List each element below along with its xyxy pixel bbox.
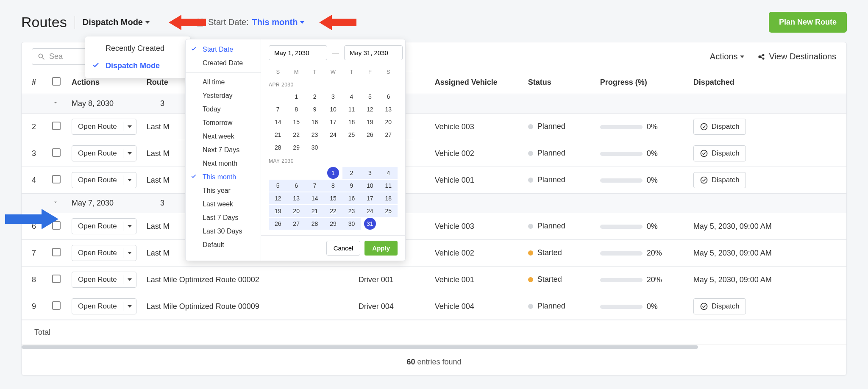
calendar-day[interactable]: 3	[361, 167, 379, 179]
open-route-caret[interactable]	[123, 175, 136, 185]
calendar-day[interactable]: 2	[342, 167, 361, 179]
open-route-button[interactable]: Open Route	[72, 245, 136, 261]
date-preset-option[interactable]: Default	[186, 238, 261, 252]
open-route-caret[interactable]	[123, 222, 136, 231]
calendar-day[interactable]: 4	[379, 167, 398, 179]
calendar-day[interactable]: 17	[361, 192, 379, 204]
date-preset-option[interactable]: Last 7 Days	[186, 211, 261, 225]
open-route-caret[interactable]	[123, 275, 136, 284]
dispatch-button[interactable]: Dispatch	[693, 172, 746, 188]
dispatch-button[interactable]: Dispatch	[693, 119, 746, 135]
open-route-button[interactable]: Open Route	[72, 298, 136, 314]
calendar-day[interactable]: 13	[287, 192, 305, 204]
view-destinations-link[interactable]: View Destinations	[757, 52, 836, 61]
date-preset-option[interactable]: Next 7 Days	[186, 143, 261, 157]
open-route-caret[interactable]	[123, 248, 136, 258]
calendar-day[interactable]: 15	[324, 192, 342, 204]
open-route-button[interactable]: Open Route	[72, 272, 136, 288]
calendar-day[interactable]: 20	[379, 116, 398, 128]
calendar-day[interactable]: 8	[287, 103, 305, 115]
calendar-day[interactable]: 1	[327, 167, 339, 179]
calendar-day[interactable]: 15	[287, 116, 305, 128]
calendar-day[interactable]: 3	[324, 91, 342, 103]
calendar-day[interactable]: 14	[306, 192, 324, 204]
calendar-day[interactable]: 12	[269, 192, 287, 204]
calendar-day[interactable]: 4	[342, 91, 361, 103]
calendar-day[interactable]: 25	[379, 205, 398, 217]
calendar-day[interactable]: 29	[287, 142, 305, 153]
horizontal-scrollbar[interactable]	[22, 345, 846, 349]
calendar-day[interactable]: 23	[342, 205, 361, 217]
calendar-day[interactable]: 26	[361, 129, 379, 141]
open-route-caret[interactable]	[123, 149, 136, 158]
calendar-day[interactable]: 11	[342, 103, 361, 115]
calendar-day[interactable]: 26	[269, 218, 287, 230]
row-checkbox[interactable]	[52, 248, 61, 256]
calendar-day[interactable]: 22	[287, 129, 305, 141]
calendar-day[interactable]: 22	[324, 205, 342, 217]
calendar-day[interactable]: 5	[269, 180, 287, 192]
calendar-day[interactable]: 20	[287, 205, 305, 217]
date-preset-option[interactable]: Today	[186, 103, 261, 116]
plan-new-route-button[interactable]: Plan New Route	[769, 12, 847, 33]
date-type-option[interactable]: Start Date	[186, 43, 261, 56]
date-filter-value[interactable]: This month	[252, 17, 305, 27]
calendar-day[interactable]: 19	[269, 205, 287, 217]
date-preset-option[interactable]: All time	[186, 75, 261, 89]
row-checkbox[interactable]	[52, 301, 61, 310]
calendar-day[interactable]: 10	[324, 103, 342, 115]
calendar-day[interactable]: 10	[361, 180, 379, 192]
open-route-caret[interactable]	[123, 122, 136, 131]
date-preset-option[interactable]: Next month	[186, 157, 261, 170]
calendar-day[interactable]: 28	[269, 142, 287, 153]
row-checkbox[interactable]	[52, 122, 61, 130]
calendar-day[interactable]: 5	[361, 91, 379, 103]
calendar-day[interactable]: 27	[287, 218, 305, 230]
calendar-day[interactable]: 16	[306, 116, 324, 128]
open-route-button[interactable]: Open Route	[72, 218, 136, 234]
row-checkbox[interactable]	[52, 275, 61, 283]
row-checkbox[interactable]	[52, 221, 61, 230]
calendar-day[interactable]: 24	[324, 129, 342, 141]
mode-menu-dispatch-mode[interactable]: Dispatch Mode	[85, 57, 190, 75]
open-route-button[interactable]: Open Route	[72, 119, 136, 135]
date-end-input[interactable]	[344, 45, 403, 60]
calendar-day[interactable]: 17	[324, 116, 342, 128]
date-apply-button[interactable]: Apply	[364, 241, 398, 256]
calendar-day[interactable]: 7	[306, 180, 324, 192]
date-preset-option[interactable]: Last 30 Days	[186, 225, 261, 238]
calendar-day[interactable]: 21	[306, 205, 324, 217]
date-preset-option[interactable]: Yesterday	[186, 89, 261, 103]
group-toggle[interactable]	[52, 99, 59, 106]
open-route-button[interactable]: Open Route	[72, 145, 136, 161]
calendar-day[interactable]: 8	[324, 180, 342, 192]
calendar-day[interactable]: 21	[269, 129, 287, 141]
calendar-day[interactable]: 23	[306, 129, 324, 141]
calendar-day[interactable]: 18	[342, 116, 361, 128]
calendar-day[interactable]: 12	[361, 103, 379, 115]
date-preset-option[interactable]: Tomorrow	[186, 116, 261, 130]
row-checkbox[interactable]	[52, 175, 61, 183]
row-checkbox[interactable]	[52, 148, 61, 157]
date-start-input[interactable]	[269, 45, 327, 60]
mode-select[interactable]: Dispatch Mode	[83, 17, 150, 27]
date-preset-option[interactable]: This year	[186, 184, 261, 197]
calendar-day[interactable]: 19	[361, 116, 379, 128]
calendar-day[interactable]: 14	[269, 116, 287, 128]
calendar-day[interactable]: 24	[361, 205, 379, 217]
actions-dropdown[interactable]: Actions	[710, 52, 745, 61]
open-route-button[interactable]: Open Route	[72, 172, 136, 188]
calendar-day[interactable]: 25	[342, 129, 361, 141]
calendar-day[interactable]: 31	[364, 218, 376, 230]
calendar-day[interactable]: 11	[379, 180, 398, 192]
search-input[interactable]	[49, 52, 75, 61]
calendar-day[interactable]: 9	[342, 180, 361, 192]
date-preset-option[interactable]: Next week	[186, 130, 261, 143]
date-preset-option[interactable]: This month	[186, 170, 261, 184]
calendar-day[interactable]: 1	[287, 91, 305, 103]
calendar-day[interactable]: 7	[269, 103, 287, 115]
calendar-day[interactable]: 28	[306, 218, 324, 230]
calendar-day[interactable]: 29	[324, 218, 342, 230]
open-route-caret[interactable]	[123, 302, 136, 311]
calendar-day[interactable]: 13	[379, 103, 398, 115]
